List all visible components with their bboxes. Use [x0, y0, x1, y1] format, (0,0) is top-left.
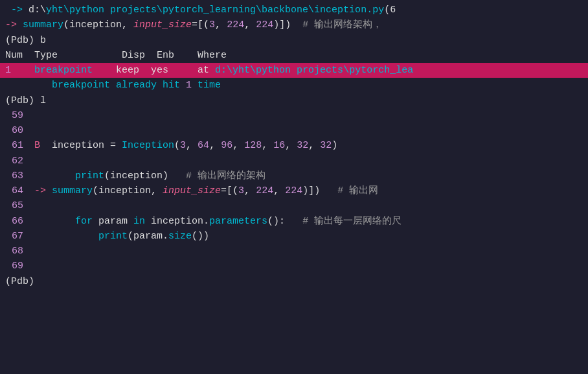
bp-type: breakpoint: [34, 63, 116, 78]
linenum-69: 69: [5, 259, 23, 274]
linenum-66: 66: [5, 214, 23, 229]
linenum-59: 59: [5, 108, 23, 123]
bp-num: 1: [5, 63, 34, 78]
bp-at: at: [198, 63, 215, 78]
code-66: [28, 214, 75, 229]
line-60: 60: [0, 123, 588, 138]
bp-path: d:\yht\python projects\pytorch_lea: [215, 63, 413, 78]
arrow-64: ->: [28, 183, 52, 198]
line-59: 59: [0, 108, 588, 123]
linenum-67: 67: [5, 229, 23, 244]
header-text: Num Type Disp Enb Where: [5, 48, 227, 63]
line-summary: -> summary(inception, input_size=[(3, 22…: [0, 18, 588, 32]
linenum-68: 68: [5, 244, 23, 259]
line-66: 66 for param in inception.parameters(): …: [0, 214, 588, 229]
line-header: Num Type Disp Enb Where: [0, 48, 588, 63]
line-pdb-final: (Pdb): [0, 274, 588, 289]
linenum-62: 62: [5, 154, 23, 169]
linenum-65: 65: [5, 198, 23, 213]
line-breakpoint: 1 breakpoint keep yes at d:\yht\python p…: [0, 63, 588, 78]
arrow: ->: [5, 18, 23, 32]
bp-enb: yes: [151, 63, 198, 78]
line-pdb-b: (Pdb) b: [0, 33, 588, 48]
code-67: [28, 229, 98, 244]
pdb-prompt-b: (Pdb) b: [5, 33, 46, 48]
line-67: 67 print(param.size()): [0, 229, 588, 244]
pdb-prompt-l: (Pdb) l: [5, 93, 46, 108]
path-arrow: [5, 3, 11, 18]
line-69: 69: [0, 259, 588, 274]
line-63: 63 print(inception) # 输出网络的架构: [0, 169, 588, 183]
marker-b: B: [28, 138, 52, 153]
line-pdb-l: (Pdb) l: [0, 93, 588, 108]
line-65: 65: [0, 198, 588, 213]
already-hit-text: breakpoint already hit: [5, 78, 186, 93]
code-63: [28, 169, 75, 183]
line-68: 68: [0, 244, 588, 259]
line-62: 62: [0, 154, 588, 169]
terminal: -> d:\yht\python projects\pytorch_learni…: [0, 0, 588, 374]
bp-disp: keep: [116, 63, 151, 78]
line-61: 61 B inception = Inception(3, 64, 96, 12…: [0, 138, 588, 153]
linenum-64: 64: [5, 183, 23, 198]
line-path: -> d:\yht\python projects\pytorch_learni…: [0, 3, 588, 18]
linenum-63: 63: [5, 169, 23, 183]
path-arrow-symbol: ->: [11, 3, 28, 18]
pdb-final-prompt: (Pdb): [5, 274, 34, 289]
line-64: 64 -> summary(inception, input_size=[(3,…: [0, 183, 588, 198]
path-text: d:\yht\python projects\pytorch_learning\…: [28, 3, 396, 18]
summary-fn: summary: [23, 18, 63, 32]
linenum-60: 60: [5, 123, 23, 138]
line-already-hit: breakpoint already hit 1 time: [0, 78, 588, 93]
linenum-61: 61: [5, 138, 23, 153]
